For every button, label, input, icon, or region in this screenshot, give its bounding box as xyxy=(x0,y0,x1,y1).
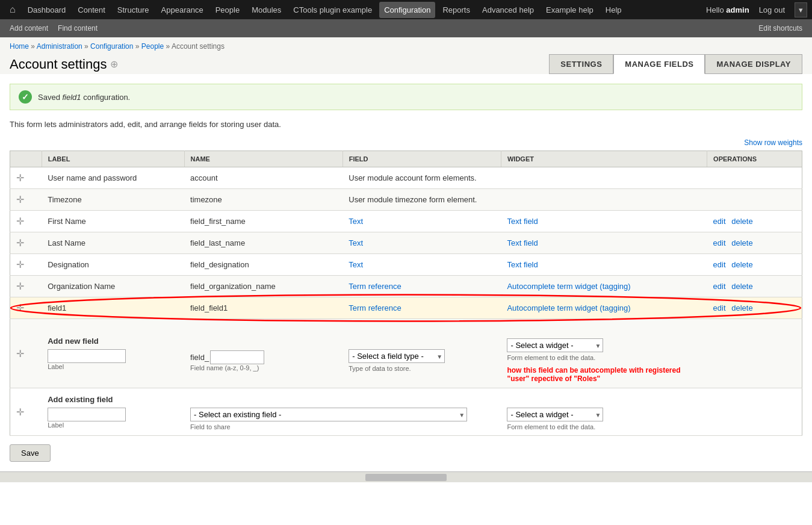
home-nav-item[interactable]: ⌂ xyxy=(5,2,20,17)
tab-manage-display[interactable]: MANAGE DISPLAY xyxy=(705,54,802,74)
tab-buttons: SETTINGS MANAGE FIELDS MANAGE DISPLAY xyxy=(549,54,802,74)
table-row: ✛ First Name field_first_name Text Text … xyxy=(10,211,802,232)
drag-handle[interactable]: ✛ xyxy=(16,259,26,270)
add-shortcut-icon[interactable]: ⊕ xyxy=(110,58,118,70)
page-title-area: Account settings ⊕ SETTINGS MANAGE FIELD… xyxy=(0,51,812,74)
label-cell: Last Name xyxy=(42,232,184,254)
field-cell: User module account form elements. xyxy=(342,167,501,189)
field-cell: Text xyxy=(342,254,501,276)
drag-cell: ✛ xyxy=(10,232,42,254)
drag-cell-existing: ✛ xyxy=(10,388,42,436)
logout-link[interactable]: Log out xyxy=(754,2,790,18)
field-link[interactable]: Text xyxy=(349,238,363,247)
show-row-weights-link[interactable]: Show row weights xyxy=(744,138,802,147)
drag-handle-existing[interactable]: ✛ xyxy=(16,407,26,417)
field-link[interactable]: Term reference xyxy=(349,303,401,312)
drag-handle[interactable]: ✛ xyxy=(16,173,26,183)
tab-manage-fields[interactable]: MANAGE FIELDS xyxy=(613,54,705,74)
find-content-link[interactable]: Find content xyxy=(54,22,101,35)
nav-content[interactable]: Content xyxy=(73,2,110,18)
nav-dashboard[interactable]: Dashboard xyxy=(23,2,71,18)
widget-link[interactable]: Text field xyxy=(507,217,538,226)
breadcrumb-configuration[interactable]: Configuration xyxy=(90,42,133,51)
field-link[interactable]: Term reference xyxy=(349,282,401,291)
th-drag xyxy=(10,151,42,167)
delete-op-link[interactable]: delete xyxy=(731,238,752,247)
delete-op-link[interactable]: delete xyxy=(731,282,752,291)
nav-reports[interactable]: Reports xyxy=(438,2,475,18)
add-new-field-label-input[interactable] xyxy=(48,349,126,363)
drag-handle[interactable]: ✛ xyxy=(16,303,26,313)
add-new-field-ops-col xyxy=(707,319,802,388)
delete-op-link[interactable]: delete xyxy=(731,260,752,269)
annotation-text: how this field can be autocomplete with … xyxy=(507,366,701,383)
add-new-field-name-input[interactable] xyxy=(210,350,264,364)
field-cell: User module timezone form element. xyxy=(342,189,501,211)
widget-link[interactable]: Text field xyxy=(507,260,538,269)
nav-advanced-help[interactable]: Advanced help xyxy=(477,2,539,18)
breadcrumb-administration[interactable]: Administration xyxy=(37,42,82,51)
drag-cell-new: ✛ xyxy=(10,319,42,388)
add-existing-field-label-input[interactable] xyxy=(48,408,126,421)
name-cell: timezone xyxy=(184,189,342,211)
field-link[interactable]: Text xyxy=(349,260,363,269)
drag-handle-new[interactable]: ✛ xyxy=(16,349,26,359)
drag-handle[interactable]: ✛ xyxy=(16,238,26,248)
label-cell: Organization Name xyxy=(42,276,184,297)
add-new-field-type-select[interactable]: - Select a field type - xyxy=(349,349,445,363)
widget-link[interactable]: Autocomplete term widget (tagging) xyxy=(507,303,630,312)
status-message: ✓ Saved field1 configuration. xyxy=(10,84,802,110)
edit-op-link[interactable]: edit xyxy=(713,217,726,226)
field-cell: Term reference xyxy=(342,276,501,297)
drag-cell: ✛ xyxy=(10,211,42,232)
widget-link[interactable]: Text field xyxy=(507,238,538,247)
drag-handle[interactable]: ✛ xyxy=(16,216,26,226)
nav-ctools[interactable]: CTools plugin example xyxy=(288,2,377,18)
add-existing-field-label-hint: Label xyxy=(48,421,178,429)
edit-op-link[interactable]: edit xyxy=(713,260,726,269)
nav-example-help[interactable]: Example help xyxy=(541,2,598,18)
delete-op-link[interactable]: delete xyxy=(731,303,752,312)
add-content-link[interactable]: Add content xyxy=(6,22,52,35)
ops-cell: edit delete xyxy=(707,211,802,232)
nav-dropdown-button[interactable]: ▾ xyxy=(795,2,807,17)
edit-shortcuts-link[interactable]: Edit shortcuts xyxy=(755,22,806,35)
breadcrumb-people[interactable]: People xyxy=(141,42,164,51)
tab-settings[interactable]: SETTINGS xyxy=(549,54,613,74)
label-cell: User name and password xyxy=(42,167,184,189)
add-existing-field-widget-select[interactable]: - Select a widget - xyxy=(507,408,603,421)
drag-handle[interactable]: ✛ xyxy=(16,194,26,205)
add-new-field-type-col: - Select a field type - ▼ Type of data t… xyxy=(342,319,501,388)
drag-handle[interactable]: ✛ xyxy=(16,281,26,291)
edit-op-link[interactable]: edit xyxy=(713,238,726,247)
table-row: ✛ User name and password account User mo… xyxy=(10,167,802,189)
save-button[interactable]: Save xyxy=(10,444,51,462)
add-existing-field-section: ✛ Add existing field Label - Select an e… xyxy=(10,388,802,436)
table-row: ✛ Designation field_designation Text Tex… xyxy=(10,254,802,276)
breadcrumb-home[interactable]: Home xyxy=(10,42,29,51)
breadcrumb-area: Home » Administration » Configuration » … xyxy=(0,37,812,51)
ops-cell: edit delete xyxy=(707,232,802,254)
field-type-hint: Type of data to store. xyxy=(349,365,495,372)
nav-configuration[interactable]: Configuration xyxy=(379,2,435,18)
field-link[interactable]: Text xyxy=(349,217,363,226)
nav-help[interactable]: Help xyxy=(601,2,627,18)
nav-people[interactable]: People xyxy=(211,2,244,18)
nav-modules[interactable]: Modules xyxy=(247,2,286,18)
ops-cell: edit delete xyxy=(707,297,802,319)
bottom-scrollbar[interactable] xyxy=(0,471,812,482)
edit-op-link[interactable]: edit xyxy=(713,303,726,312)
breadcrumb: Home » Administration » Configuration » … xyxy=(10,42,802,51)
nav-structure[interactable]: Structure xyxy=(113,2,154,18)
breadcrumb-current: Account settings xyxy=(172,42,225,51)
add-new-field-section: ✛ Add new field Label field_ Field name … xyxy=(10,319,802,388)
delete-op-link[interactable]: delete xyxy=(731,217,752,226)
add-existing-field-select[interactable]: - Select an existing field - xyxy=(190,408,467,421)
edit-op-link[interactable]: edit xyxy=(713,282,726,291)
add-new-field-widget-select[interactable]: - Select a widget - xyxy=(507,338,603,352)
nav-appearance[interactable]: Appearance xyxy=(157,2,208,18)
page-title: Account settings xyxy=(10,57,107,72)
widget-link[interactable]: Autocomplete term widget (tagging) xyxy=(507,282,630,291)
add-existing-field-header: Add existing field xyxy=(48,395,178,404)
table-body: ✛ User name and password account User mo… xyxy=(10,167,802,436)
